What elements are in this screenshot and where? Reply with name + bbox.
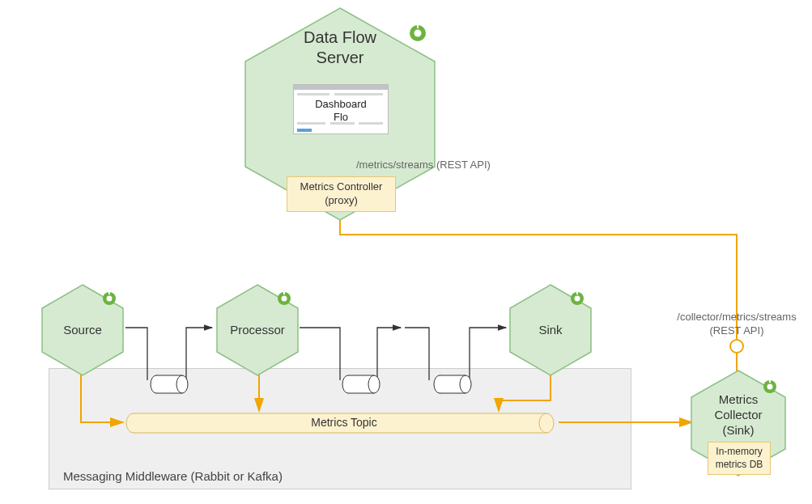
- svg-point-16: [368, 375, 380, 393]
- svg-point-36: [575, 296, 580, 302]
- metrics-topic-label: Metrics Topic: [304, 416, 385, 429]
- source-label: Source: [39, 323, 126, 338]
- svg-point-32: [282, 296, 287, 302]
- svg-point-4: [539, 413, 554, 433]
- svg-rect-33: [283, 291, 285, 294]
- svg-point-40: [767, 384, 773, 390]
- metrics-collector-title: Metrics Collector (Sink): [688, 392, 789, 438]
- dashboard-flo-label: Dashboard Flo: [294, 98, 388, 123]
- spring-icon: [277, 291, 291, 309]
- svg-rect-37: [576, 291, 578, 294]
- svg-point-11: [176, 375, 188, 393]
- metrics-streams-api-label: /metrics/streams (REST API): [356, 159, 526, 172]
- queue-icon: [342, 374, 380, 398]
- svg-point-28: [107, 296, 113, 302]
- dashboard-flo-box: Dashboard Flo: [293, 84, 389, 134]
- svg-rect-29: [108, 291, 110, 294]
- metrics-controller-box: Metrics Controller (proxy): [287, 176, 396, 212]
- svg-rect-25: [417, 24, 419, 28]
- spring-icon: [570, 291, 585, 309]
- svg-point-21: [460, 375, 471, 393]
- architecture-diagram: Messaging Middleware (Rabbit or Kafka) M…: [0, 0, 812, 504]
- svg-point-5: [730, 340, 743, 353]
- messaging-middleware-label: Messaging Middleware (Rabbit or Kafka): [63, 469, 283, 483]
- processor-label: Processor: [214, 323, 301, 338]
- svg-point-24: [415, 30, 422, 37]
- svg-rect-41: [769, 379, 771, 383]
- queue-icon: [150, 374, 189, 398]
- spring-icon: [763, 379, 777, 397]
- in-memory-db-box: In-memory metrics DB: [708, 442, 771, 475]
- spring-icon: [102, 291, 117, 309]
- sink-label: Sink: [507, 323, 594, 338]
- queue-icon: [433, 374, 472, 398]
- spring-icon: [409, 24, 427, 45]
- collector-api-label: /collector/metrics/streams (REST API): [664, 311, 810, 338]
